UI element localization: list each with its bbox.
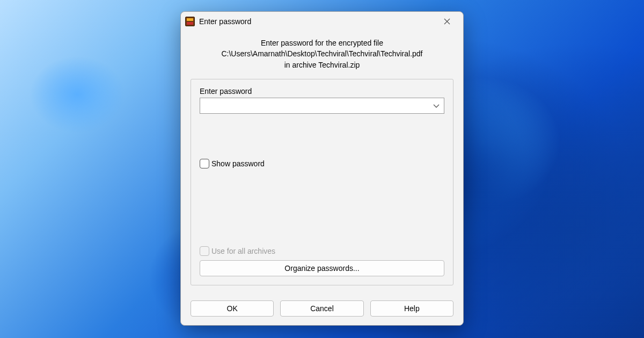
password-input[interactable] [203,98,429,113]
use-for-all-row: Use for all archives [200,246,444,256]
help-button[interactable]: Help [370,300,453,317]
show-password-label: Show password [211,159,265,168]
password-combobox[interactable] [200,98,444,114]
close-icon [444,18,450,25]
password-dialog: Enter password Enter password for the en… [180,11,464,326]
show-password-row[interactable]: Show password [200,159,444,168]
winrar-icon [185,17,195,26]
cancel-button[interactable]: Cancel [280,300,363,317]
titlebar[interactable]: Enter password [181,12,463,31]
organize-passwords-button[interactable]: Organize passwords... [200,260,444,276]
ok-button[interactable]: OK [191,300,274,317]
use-for-all-label: Use for all archives [211,247,275,255]
close-button[interactable] [436,14,458,29]
prompt-line3: in archive Techviral.zip [196,60,448,70]
dialog-button-row: OK Cancel Help [181,293,463,325]
window-title: Enter password [199,17,251,26]
prompt-line1: Enter password for the encrypted file [196,38,448,48]
prompt-line2: C:\Users\Amarnath\Desktop\Techviral\Tech… [196,48,448,59]
desktop-wallpaper: Enter password Enter password for the en… [0,0,644,338]
prompt-text: Enter password for the encrypted file C:… [191,35,453,79]
chevron-down-icon[interactable] [433,101,440,110]
password-group: Enter password Show password Use for all… [191,79,453,285]
password-label: Enter password [200,87,444,95]
use-for-all-checkbox [200,246,209,256]
show-password-checkbox[interactable] [200,159,209,168]
